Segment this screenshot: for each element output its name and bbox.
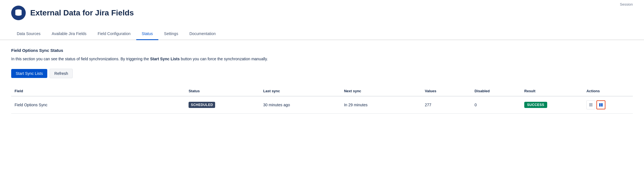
app-logo: [11, 6, 26, 20]
refresh-button[interactable]: Refresh: [50, 69, 73, 78]
tab-field-configuration[interactable]: Field Configuration: [92, 28, 136, 40]
stop-icon: [599, 103, 603, 107]
svg-rect-2: [589, 105, 593, 105]
col-header-actions: Actions: [583, 86, 633, 96]
row-values: 277: [422, 96, 471, 114]
actions-cell: [586, 100, 629, 109]
section-title: Field Options Sync Status: [11, 48, 633, 53]
col-header-field: Field: [11, 86, 185, 96]
app-header: External Data for Jira Fields: [0, 0, 644, 26]
svg-rect-5: [601, 103, 603, 107]
tab-status[interactable]: Status: [136, 28, 159, 40]
description-text-part2: button you can force the synchronzation …: [180, 57, 268, 61]
nav-tabs: Data Sources Available Jira Fields Field…: [0, 28, 644, 40]
list-action-button[interactable]: [586, 100, 595, 109]
main-content: Field Options Sync Status In this sectio…: [0, 40, 644, 121]
app-title: External Data for Jira Fields: [30, 8, 134, 17]
svg-rect-1: [589, 103, 593, 104]
svg-rect-3: [589, 106, 593, 106]
row-result: SUCCESS: [521, 96, 583, 114]
row-actions: [583, 96, 633, 114]
sync-table-container: Field Status Last sync Next sync Values …: [11, 86, 633, 114]
row-disabled: 0: [471, 96, 521, 114]
row-last-sync: 30 minutes ago: [260, 96, 341, 114]
tab-data-sources[interactable]: Data Sources: [11, 28, 46, 40]
tab-documentation[interactable]: Documentation: [184, 28, 221, 40]
col-header-status: Status: [185, 86, 260, 96]
action-buttons: Start Sync Lists Refresh: [11, 69, 633, 78]
row-field-name: Field Options Sync: [11, 96, 185, 114]
sync-table: Field Status Last sync Next sync Values …: [11, 86, 633, 114]
table-header-row: Field Status Last sync Next sync Values …: [11, 86, 633, 96]
description-text-part1: In this section you can see the status o…: [11, 57, 150, 61]
col-header-nextsync: Next sync: [341, 86, 422, 96]
database-icon: [14, 9, 23, 17]
description-bold: Start Sync Lists: [150, 57, 180, 61]
stop-action-button[interactable]: [596, 100, 605, 109]
result-badge-success: SUCCESS: [524, 102, 547, 108]
tab-settings[interactable]: Settings: [158, 28, 184, 40]
col-header-lastsync: Last sync: [260, 86, 341, 96]
start-sync-button[interactable]: Start Sync Lists: [11, 69, 47, 78]
table-row: Field Options Sync SCHEDULED 30 minutes …: [11, 96, 633, 114]
list-icon: [589, 103, 593, 107]
col-header-disabled: Disabled: [471, 86, 521, 96]
tab-available-jira-fields[interactable]: Available Jira Fields: [46, 28, 92, 40]
col-header-result: Result: [521, 86, 583, 96]
svg-rect-4: [599, 103, 601, 107]
description: In this section you can see the status o…: [11, 56, 633, 62]
col-header-values: Values: [422, 86, 471, 96]
status-badge-scheduled: SCHEDULED: [189, 102, 215, 108]
row-next-sync: In 29 minutes: [341, 96, 422, 114]
row-status: SCHEDULED: [185, 96, 260, 114]
session-label: Session: [620, 2, 633, 6]
